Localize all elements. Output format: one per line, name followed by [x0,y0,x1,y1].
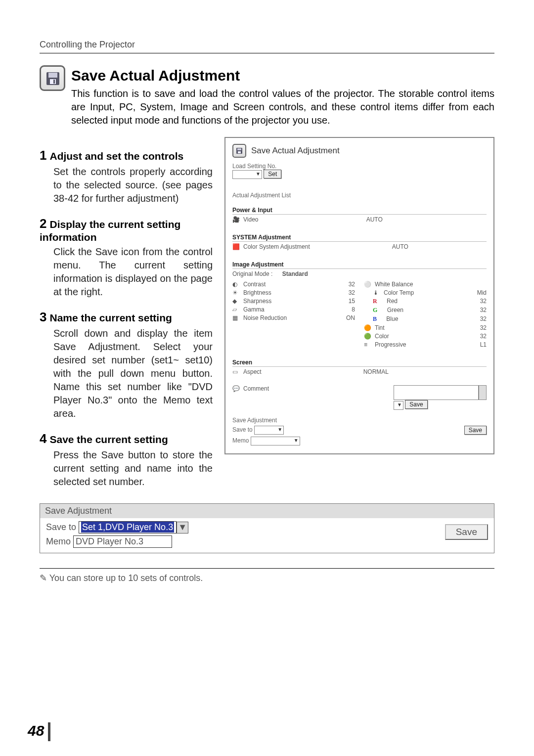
save-adjustment-head: Save Adjustment [232,417,487,424]
step1-head: 1Adjust and set the controls [40,148,213,163]
panel-title: Save Actual Adjustment [251,146,340,156]
aspect-icon: ▭ [232,368,239,375]
screen-head: Screen [232,359,487,367]
save-icon-small [232,144,246,158]
gamma-icon: ▱ [232,306,239,313]
memo-input[interactable] [251,437,300,445]
scrollbar[interactable] [479,385,487,400]
svg-rect-3 [53,80,55,84]
save-button[interactable]: Save [464,426,487,435]
progressive-icon: ≡ [364,341,371,348]
intro-text: This function is to save and load the co… [71,87,494,127]
load-setting-label: Load Setting No. [232,163,487,170]
save-adjustment-detail-head: Save Adjustment [40,504,494,518]
svg-rect-2 [50,79,56,84]
actual-adjustment-list-label: Actual Adjustment List [232,192,487,199]
set-button[interactable]: Set [264,170,281,178]
footnote: ✎ You can store up to 10 sets of control… [40,568,494,583]
load-setting-select[interactable] [232,170,262,179]
color-temp-row: 🌡Color TempMid [364,289,487,296]
comment-select[interactable] [394,401,403,410]
step4-head: 4Save the current setting [40,431,213,446]
gamma-row: ▱Gamma8 [232,306,355,313]
svg-rect-5 [237,148,241,150]
svg-rect-6 [238,151,241,153]
blue-row: B Blue32 [364,315,487,323]
image-head: Image Adjustment [232,261,487,269]
progressive-row: ≡ProgressiveL1 [364,341,487,348]
color-icon: 🟢 [364,333,371,340]
save-to-field[interactable]: Set 1,DVD Player No.3 [79,521,177,534]
white-balance-row: ⚪White Balance [364,281,487,288]
running-head: Controlling the Projector [40,40,494,53]
step2-head: 2Display the current setting information [40,216,213,243]
sharpness-icon: ◆ [232,298,239,305]
video-icon: 🎥 [232,216,239,223]
contrast-row: ◐Contrast32 [232,281,355,288]
power-input-head: Power & Input [232,207,487,215]
brightness-row: ☀Brightness32 [232,289,355,296]
white-balance-icon: ⚪ [364,281,371,288]
brightness-icon: ☀ [232,289,239,296]
aspect-row: ▭AspectNORMAL [232,368,487,375]
save-actual-adjustment-panel: Save Actual Adjustment Load Setting No. … [224,137,494,454]
sharpness-row: ◆Sharpness15 [232,298,355,305]
step4-body: Press the Save button to store the curre… [40,448,213,489]
page-number: 48 [28,722,50,741]
color-temp-icon: 🌡 [373,289,380,296]
save-to-label: Save to [232,426,253,433]
memo-field[interactable]: DVD Player No.3 [73,535,172,548]
save-to-select[interactable] [254,426,284,435]
comment-icon: 💬 [232,385,239,392]
chevron-down-icon[interactable]: ▼ [177,522,188,534]
comment-save-button[interactable]: Save [405,400,427,409]
tint-row: 🟠Tint32 [364,324,487,331]
green-row: G Green32 [364,307,487,314]
red-row: R Red32 [364,298,487,305]
color-system-icon: 🟥 [232,243,239,250]
video-row: 🎥 Video AUTO [232,216,487,223]
step3-head: 3Name the current setting [40,310,213,325]
contrast-icon: ◐ [232,281,239,288]
save-to-label-2: Save to [46,522,76,532]
page-title: Save Actual Adjustment [71,67,494,84]
system-head: SYSTEM Adjustment [232,234,487,242]
color-row: 🟢Color32 [364,333,487,340]
save-adjustment-detail-panel: Save Adjustment Save to Set 1,DVD Player… [40,503,494,553]
memo-label-2: Memo [46,536,71,546]
original-mode-row: Original Mode : Standard [232,270,487,277]
save-button-large[interactable]: Save [445,524,488,540]
step3-body: Scroll down and display the item Save Ad… [40,327,213,420]
noise-reduction-row: ▦Noise ReductionON [232,314,355,321]
comment-textarea[interactable] [394,385,479,400]
save-icon [40,65,65,91]
tint-icon: 🟠 [364,324,371,331]
step2-body: Click the Save icon from the control men… [40,245,213,299]
svg-rect-1 [48,73,57,78]
comment-row: 💬 Comment Save [232,385,487,410]
noise-icon: ▦ [232,314,239,321]
step1-body: Set the controls properly according to t… [40,165,213,205]
memo-label: Memo [232,437,249,444]
color-system-row: 🟥 Color System Adjustment AUTO [232,243,487,250]
